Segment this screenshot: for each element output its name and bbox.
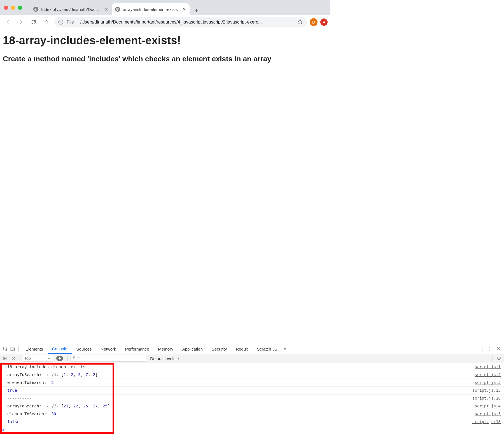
home-button[interactable] xyxy=(41,17,52,27)
titlebar: Index of /Users/dinanath/Docum ✕ array-i… xyxy=(0,0,330,15)
browser-toolbar: i File /Users/dinanath/Documents/importa… xyxy=(0,15,330,29)
page-subheading: Create a method named 'includes' which c… xyxy=(3,55,328,63)
profile-avatar[interactable]: D xyxy=(310,18,318,26)
globe-icon xyxy=(115,7,120,12)
site-info-icon[interactable]: i xyxy=(58,20,63,25)
back-button[interactable] xyxy=(3,17,13,27)
url-text: /Users/dinanath/Documents/important/reso… xyxy=(80,20,294,25)
extension-badge[interactable] xyxy=(320,18,328,26)
maximize-window-button[interactable] xyxy=(18,6,22,10)
minimize-window-button[interactable] xyxy=(11,6,15,10)
tab-active[interactable]: array-includes-element-exists ✕ xyxy=(112,3,190,15)
tab-strip: Index of /Users/dinanath/Docum ✕ array-i… xyxy=(30,0,201,15)
close-tab-icon[interactable]: ✕ xyxy=(182,6,186,12)
window-controls xyxy=(4,6,22,10)
close-tab-icon[interactable]: ✕ xyxy=(104,6,108,12)
reload-button[interactable] xyxy=(29,17,39,27)
tab-title: array-includes-element-exists xyxy=(123,7,178,12)
bookmark-star-icon[interactable] xyxy=(297,19,303,25)
address-bar[interactable]: i File /Users/dinanath/Documents/importa… xyxy=(54,17,307,27)
browser-chrome: Index of /Users/dinanath/Docum ✕ array-i… xyxy=(0,0,330,29)
tab-inactive[interactable]: Index of /Users/dinanath/Docum ✕ xyxy=(30,3,112,15)
new-tab-button[interactable]: + xyxy=(192,6,201,15)
page-heading: 18-array-includes-element-exists! xyxy=(3,34,328,47)
avatar-initial: D xyxy=(312,20,315,24)
forward-button[interactable] xyxy=(16,17,26,27)
close-window-button[interactable] xyxy=(4,6,8,10)
globe-icon xyxy=(33,7,38,12)
url-scheme-label: File xyxy=(67,20,77,25)
tab-title: Index of /Users/dinanath/Docum xyxy=(41,7,100,12)
page-content: 18-array-includes-element-exists! Create… xyxy=(0,29,330,68)
